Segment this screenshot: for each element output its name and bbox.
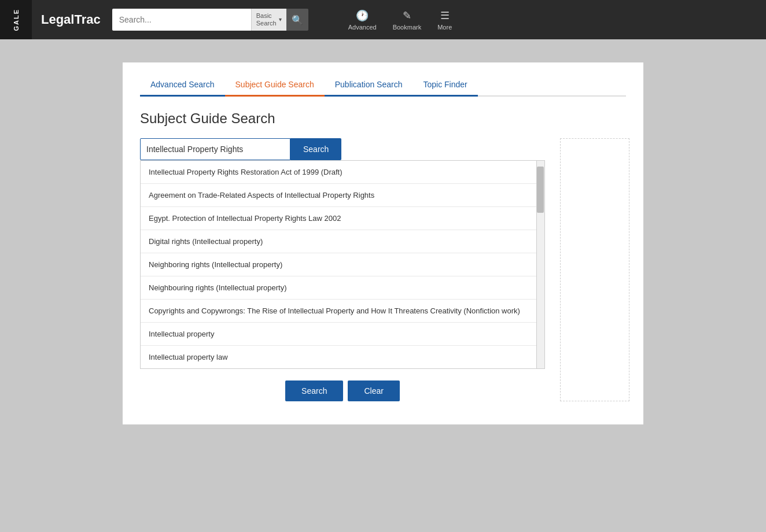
subject-search-input[interactable]	[140, 138, 290, 160]
search-type-dropdown[interactable]: Basic Search ▾	[251, 9, 286, 31]
result-item[interactable]: Intellectual property	[141, 323, 536, 346]
search-section: Search	[140, 138, 545, 160]
bottom-search-button[interactable]: Search	[285, 380, 343, 401]
scrollbar-track[interactable]	[537, 160, 545, 369]
page-title: Subject Guide Search	[140, 110, 626, 127]
results-list: Intellectual Property Rights Restoration…	[140, 160, 537, 369]
more-button[interactable]: ☰ More	[430, 7, 459, 33]
search-icon: 🔍	[292, 14, 303, 25]
result-item[interactable]: Neighboring rights (Intellectual propert…	[141, 253, 536, 276]
nav-search-container: Basic Search ▾ 🔍	[112, 9, 332, 31]
results-scroll-wrapper: Intellectual Property Rights Restoration…	[140, 160, 545, 369]
result-item[interactable]: Egypt. Protection of Intellectual Proper…	[141, 207, 536, 230]
tab-advanced-search[interactable]: Advanced Search	[140, 74, 225, 97]
main-panel: Search Intellectual Property Rights Rest…	[140, 138, 545, 401]
clear-button[interactable]: Clear	[348, 380, 399, 401]
tab-subject-guide-search[interactable]: Subject Guide Search	[225, 74, 325, 97]
app-title: LegalTrac	[41, 12, 101, 27]
bookmark-button[interactable]: ✎ Bookmark	[386, 7, 429, 33]
tab-topic-finder[interactable]: Topic Finder	[413, 74, 477, 97]
result-item[interactable]: Neighbouring rights (Intellectual proper…	[141, 276, 536, 300]
result-item[interactable]: Copyrights and Copywrongs: The Rise of I…	[141, 300, 536, 323]
subject-search-button[interactable]: Search	[290, 138, 341, 160]
main-content: Advanced Search Subject Guide Search Pub…	[123, 62, 643, 424]
gale-logo-text: GALE	[13, 9, 20, 31]
clock-icon: 🕐	[356, 9, 369, 22]
nav-search-input[interactable]	[112, 9, 251, 31]
gale-logo: GALE	[0, 0, 32, 39]
tab-publication-search[interactable]: Publication Search	[325, 74, 413, 97]
result-item[interactable]: Agreement on Trade-Related Aspects of In…	[141, 184, 536, 207]
result-item[interactable]: Digital rights (Intellectual property)	[141, 230, 536, 253]
nav-icons-group: 🕐 Advanced ✎ Bookmark ☰ More	[341, 7, 459, 33]
nav-search-button[interactable]: 🔍	[286, 9, 308, 31]
dropdown-arrow-icon: ▾	[279, 16, 282, 23]
content-area: Search Intellectual Property Rights Rest…	[140, 138, 626, 401]
tab-bar: Advanced Search Subject Guide Search Pub…	[140, 74, 626, 97]
bookmark-icon: ✎	[403, 9, 411, 22]
top-navigation: GALE LegalTrac Basic Search ▾ 🔍 🕐 Advanc…	[0, 0, 766, 39]
bottom-buttons: Search Clear	[140, 380, 545, 401]
result-item[interactable]: Intellectual Property Rights Restoration…	[141, 161, 536, 184]
more-icon: ☰	[440, 9, 450, 22]
right-panel	[560, 138, 629, 401]
advanced-button[interactable]: 🕐 Advanced	[341, 7, 384, 33]
scrollbar-thumb[interactable]	[537, 167, 544, 213]
result-item[interactable]: Intellectual property law	[141, 346, 536, 368]
